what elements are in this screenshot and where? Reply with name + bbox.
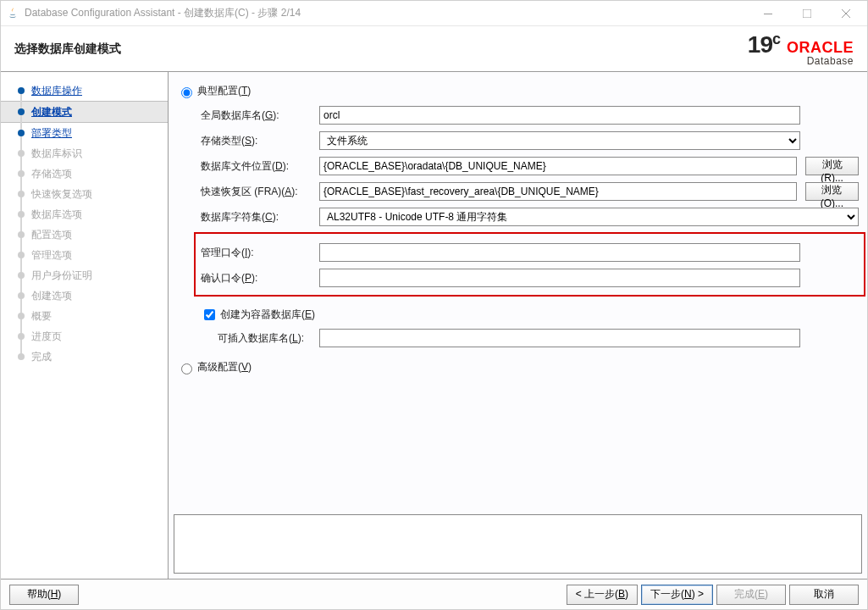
typical-subform: 全局数据库名(G): 存储类型(S): 文件系统	[177, 105, 859, 348]
step-label: 管理选项	[31, 249, 72, 261]
db-file-location-label: 数据库文件位置(D):	[201, 159, 319, 174]
footer: 帮助(H) < 上一步(B) 下一步(N) > 完成(E) 取消	[1, 579, 867, 609]
typical-config-radio[interactable]	[181, 87, 192, 98]
step-item[interactable]: 部署类型	[1, 123, 168, 143]
db-file-location-input[interactable]	[319, 157, 797, 175]
step-label: 数据库选项	[31, 208, 82, 220]
cdb-option[interactable]: 创建为容器数据库(E)	[201, 307, 859, 323]
step-item: 数据库选项	[1, 204, 168, 225]
maximize-button[interactable]	[788, 1, 827, 26]
step-dot-icon	[18, 150, 25, 157]
logo-product: Database	[807, 55, 854, 67]
fra-input[interactable]	[319, 182, 797, 201]
finish-button: 完成(E)	[716, 585, 786, 605]
help-button[interactable]: 帮助(H)	[9, 585, 79, 605]
admin-password-label: 管理口令(I):	[201, 246, 319, 260]
step-label: 进度页	[31, 330, 62, 342]
step-item: 存储选项	[1, 164, 168, 184]
advanced-config-label: 高级配置(V)	[197, 360, 252, 374]
step-dot-icon	[18, 191, 25, 197]
step-label: 概要	[31, 310, 52, 322]
close-button[interactable]	[827, 1, 865, 26]
step-dot-icon	[18, 211, 25, 218]
main-panel: 典型配置(T) 全局数据库名(G): 存储类型(S):	[169, 72, 867, 579]
header: 选择数据库创建模式 19c ORACLE Database	[1, 26, 867, 72]
step-item: 用户身份证明	[1, 265, 168, 286]
java-icon	[6, 7, 19, 20]
step-label[interactable]: 部署类型	[31, 127, 72, 139]
page-title: 选择数据库创建模式	[14, 42, 748, 57]
window-title: Database Configuration Assistant - 创建数据库…	[25, 6, 301, 20]
fra-label: 快速恢复区 (FRA)(A):	[201, 185, 319, 199]
typical-config-option[interactable]: 典型配置(T)	[177, 84, 859, 98]
step-dot-icon	[18, 353, 25, 360]
step-dot-icon	[18, 170, 25, 177]
step-label: 快速恢复选项	[31, 188, 92, 200]
back-button[interactable]: < 上一步(B)	[567, 585, 638, 605]
cdb-checkbox[interactable]	[204, 309, 215, 320]
step-dot-icon	[18, 252, 25, 258]
storage-type-label: 存储类型(S):	[201, 134, 319, 148]
step-item[interactable]: 创建模式	[1, 101, 168, 123]
step-label: 数据库标识	[31, 147, 82, 159]
step-item: 进度页	[1, 326, 168, 347]
step-label: 配置选项	[31, 229, 72, 241]
advanced-config-option[interactable]: 高级配置(V)	[177, 360, 859, 374]
admin-password-input[interactable]	[319, 243, 800, 262]
step-dot-icon	[18, 108, 25, 115]
typical-config-label: 典型配置(T)	[197, 84, 251, 98]
step-item: 数据库标识	[1, 143, 168, 164]
svg-rect-0	[764, 14, 772, 14]
logo-version: 19	[748, 31, 772, 58]
pdb-name-input[interactable]	[319, 329, 800, 347]
body: 数据库操作创建模式部署类型数据库标识存储选项快速恢复选项数据库选项配置选项管理选…	[1, 72, 867, 579]
logo-version-suffix: c	[772, 30, 780, 47]
step-item: 完成	[1, 347, 168, 367]
db-file-browse-button[interactable]: 浏览(R)...	[805, 157, 859, 175]
form-area: 典型配置(T) 全局数据库名(G): 存储类型(S):	[169, 72, 867, 514]
step-dot-icon	[18, 292, 25, 299]
step-item: 快速恢复选项	[1, 184, 168, 204]
charset-select[interactable]: AL32UTF8 - Unicode UTF-8 通用字符集	[319, 208, 859, 226]
step-item: 创建选项	[1, 286, 168, 306]
pdb-name-label: 可插入数据库名(L):	[218, 331, 319, 346]
step-label: 存储选项	[31, 168, 72, 180]
step-dot-icon	[18, 272, 25, 279]
step-item[interactable]: 数据库操作	[1, 80, 168, 101]
charset-label: 数据库字符集(C):	[201, 210, 319, 225]
window: Database Configuration Assistant - 创建数据库…	[0, 0, 868, 610]
step-label: 创建选项	[31, 290, 72, 302]
step-label[interactable]: 创建模式	[31, 106, 72, 118]
description-box	[174, 514, 862, 574]
step-label[interactable]: 数据库操作	[31, 85, 82, 97]
global-db-name-input[interactable]	[319, 106, 800, 125]
step-item: 配置选项	[1, 225, 168, 245]
logo-brand: ORACLE	[787, 40, 854, 55]
password-highlight-box: 管理口令(I): 确认口令(P):	[194, 232, 865, 297]
step-label: 完成	[31, 351, 52, 363]
step-dot-icon	[18, 313, 25, 319]
cdb-label: 创建为容器数据库(E)	[220, 308, 315, 322]
cancel-button[interactable]: 取消	[789, 585, 859, 605]
sidebar: 数据库操作创建模式部署类型数据库标识存储选项快速恢复选项数据库选项配置选项管理选…	[1, 72, 169, 579]
step-label: 用户身份证明	[31, 269, 92, 281]
minimize-button[interactable]	[749, 1, 788, 26]
step-item: 管理选项	[1, 245, 168, 265]
confirm-password-input[interactable]	[319, 269, 800, 287]
step-dot-icon	[18, 87, 25, 94]
titlebar: Database Configuration Assistant - 创建数据库…	[1, 1, 867, 26]
svg-rect-1	[803, 9, 811, 18]
fra-browse-button[interactable]: 浏览(O)...	[805, 182, 859, 201]
step-dot-icon	[18, 130, 25, 136]
oracle-logo: 19c ORACLE Database	[748, 30, 854, 67]
step-item: 概要	[1, 306, 168, 326]
step-dot-icon	[18, 333, 25, 340]
storage-type-select[interactable]: 文件系统	[319, 131, 800, 150]
advanced-config-radio[interactable]	[181, 363, 192, 374]
step-dot-icon	[18, 231, 25, 238]
next-button[interactable]: 下一步(N) >	[641, 585, 713, 605]
confirm-password-label: 确认口令(P):	[201, 271, 319, 286]
global-db-name-label: 全局数据库名(G):	[201, 108, 319, 123]
